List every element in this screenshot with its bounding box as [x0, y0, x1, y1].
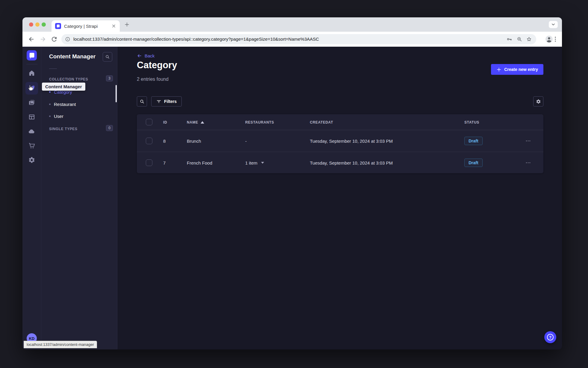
content-manager-panel: Content Manager COLLECTION TYPES 3 Categ…	[41, 47, 117, 349]
collection-types-label: COLLECTION TYPES	[49, 77, 88, 81]
single-types-count-badge: 0	[106, 125, 113, 131]
page-title: Category	[137, 60, 177, 71]
entries-table: ID NAME RESTAURANTS CREATEDAT STATUS	[137, 114, 543, 173]
table-search-button[interactable]	[137, 96, 147, 107]
row-actions-button[interactable]	[525, 160, 531, 166]
column-header-status: STATUS	[464, 114, 479, 130]
create-new-entry-button[interactable]: Create new entry	[491, 64, 543, 75]
feather-pen-icon	[28, 85, 35, 92]
column-header-name[interactable]: NAME	[187, 114, 204, 130]
new-tab-button[interactable]	[124, 22, 130, 27]
cloud-icon	[28, 128, 35, 135]
browser-window: Category | Strapi	[22, 17, 562, 349]
back-link-label: Back	[145, 53, 154, 58]
cell-name: French Food	[187, 152, 212, 174]
row-checkbox[interactable]	[146, 138, 152, 144]
strapi-favicon-icon	[55, 23, 61, 29]
cell-createdat: Tuesday, September 10, 2024 at 3:03 PM	[310, 152, 393, 174]
nav-item-restaurant[interactable]: Restaurant	[49, 100, 76, 108]
cell-createdat: Tuesday, September 10, 2024 at 3:03 PM	[310, 130, 393, 152]
filters-button-label: Filters	[164, 99, 177, 104]
create-new-entry-label: Create new entry	[504, 67, 538, 72]
panel-search-button[interactable]	[103, 52, 112, 62]
nav-item-user[interactable]: User	[49, 112, 63, 120]
table-row[interactable]: 8 Brunch - Tuesday, September 10, 2024 a…	[137, 130, 543, 152]
url-address-bar[interactable]: localhost:1337/admin/content-manager/col…	[61, 34, 536, 44]
window-close-button[interactable]	[29, 22, 33, 27]
cell-status: Draft	[464, 130, 483, 152]
tab-search-chevron-button[interactable]	[549, 21, 558, 28]
main-content: Back Category 2 entries found Create new…	[117, 47, 562, 349]
chevron-down-icon	[261, 162, 264, 164]
table-tools-row: Filters	[137, 96, 543, 107]
panel-scrollbar-thumb[interactable]	[116, 85, 117, 102]
search-icon	[105, 54, 110, 59]
status-badge: Draft	[464, 137, 483, 145]
status-badge: Draft	[464, 159, 483, 167]
bullet-icon	[49, 115, 51, 117]
question-mark-icon: ?	[547, 334, 554, 340]
panel-title: Content Manager	[49, 53, 96, 60]
sidebar-item-settings[interactable]	[25, 154, 38, 166]
browser-reload-button[interactable]	[51, 36, 58, 43]
password-manager-key-icon[interactable]	[506, 36, 512, 42]
rail-divider	[26, 64, 37, 64]
site-info-icon[interactable]	[65, 37, 70, 42]
sidebar-item-media-library[interactable]	[25, 96, 38, 109]
gear-icon	[536, 99, 541, 104]
chevron-down-icon	[551, 22, 555, 27]
sort-ascending-icon	[201, 121, 204, 124]
layout-icon	[28, 113, 35, 121]
browser-tab[interactable]: Category | Strapi	[51, 20, 120, 32]
sidebar-item-marketplace[interactable]	[25, 139, 38, 152]
column-header-restaurants: RESTAURANTS	[245, 114, 274, 130]
cell-id: 7	[163, 152, 166, 174]
browser-menu-icon[interactable]	[552, 36, 559, 43]
filters-button[interactable]: Filters	[151, 96, 182, 107]
cell-id: 8	[163, 130, 166, 152]
sidebar-item-content-manager[interactable]	[25, 82, 38, 95]
zoom-page-icon[interactable]	[516, 36, 522, 42]
browser-toolbar: localhost:1337/admin/content-manager/col…	[22, 32, 562, 47]
back-link[interactable]: Back	[137, 53, 154, 58]
url-text: localhost:1337/admin/content-manager/col…	[73, 34, 500, 44]
single-types-label: SINGLE TYPES	[49, 127, 78, 131]
nav-item-label: Restaurant	[54, 102, 76, 107]
table-row[interactable]: 7 French Food 1 item Tuesday, September …	[137, 152, 543, 173]
cell-status: Draft	[464, 152, 483, 174]
window-zoom-button[interactable]	[42, 22, 46, 27]
gear-icon	[28, 156, 35, 164]
collection-types-count-badge: 3	[106, 75, 113, 81]
select-all-checkbox[interactable]	[146, 119, 152, 125]
more-horizontal-icon	[525, 138, 531, 144]
search-icon	[140, 99, 145, 104]
column-header-id[interactable]: ID	[163, 114, 167, 130]
browser-forward-button[interactable]	[39, 36, 46, 43]
window-minimize-button[interactable]	[35, 22, 40, 27]
sidebar-item-home[interactable]	[25, 67, 38, 79]
content-manager-tooltip: Content Manager	[42, 83, 85, 91]
bookmark-star-icon[interactable]	[526, 36, 532, 42]
shopping-cart-icon	[28, 142, 35, 149]
tab-close-icon[interactable]	[111, 24, 116, 28]
view-settings-button[interactable]	[533, 96, 543, 107]
panel-divider	[49, 69, 57, 69]
cell-restaurants: -	[245, 130, 247, 152]
table-header-row: ID NAME RESTAURANTS CREATEDAT STATUS	[137, 114, 543, 130]
row-actions-button[interactable]	[525, 138, 531, 144]
sidebar-item-content-type-builder[interactable]	[25, 111, 38, 123]
sidebar-item-deploy-cloud[interactable]	[25, 125, 38, 138]
nav-item-label: User	[54, 114, 63, 119]
help-button[interactable]: ?	[544, 331, 556, 343]
plus-icon	[496, 67, 501, 72]
strapi-logo[interactable]	[27, 50, 37, 60]
column-header-createdat: CREATEDAT	[310, 114, 333, 130]
link-preview-status-bar: localhost:1337/admin/content-manager	[24, 341, 97, 348]
more-horizontal-icon	[525, 160, 531, 166]
browser-back-button[interactable]	[28, 36, 35, 43]
cell-name: Brunch	[187, 130, 201, 152]
cell-restaurants-dropdown[interactable]: 1 item	[245, 152, 264, 174]
arrow-left-icon	[137, 53, 142, 58]
tab-title: Category | Strapi	[64, 24, 111, 29]
row-checkbox[interactable]	[146, 159, 152, 166]
